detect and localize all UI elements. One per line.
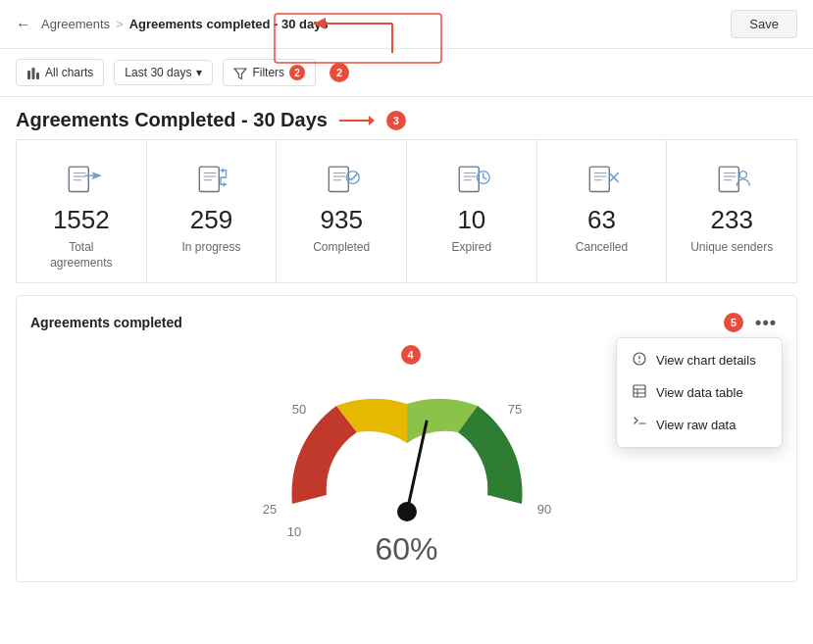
save-button[interactable]: Save xyxy=(731,10,797,38)
context-menu-item-chart-details[interactable]: View chart details xyxy=(617,344,782,376)
chart-title: Agreements completed xyxy=(30,315,182,330)
chevron-down-icon: ▾ xyxy=(196,66,202,79)
filter-icon xyxy=(233,65,247,80)
svg-rect-12 xyxy=(199,167,219,191)
stat-card-inprogress: 259 In progress xyxy=(147,139,278,283)
stat-label-cancelled: Cancelled xyxy=(576,240,628,256)
svg-line-29 xyxy=(483,177,486,179)
x-icon xyxy=(581,156,624,199)
svg-marker-17 xyxy=(223,182,226,187)
stat-number-inprogress: 259 xyxy=(190,207,232,232)
annotation-5: 5 xyxy=(724,313,743,332)
context-menu-label-data-table: View data table xyxy=(656,385,743,400)
stat-label-senders: Unique senders xyxy=(690,240,773,256)
stat-number-cancelled: 63 xyxy=(587,207,616,232)
all-charts-button[interactable]: All charts xyxy=(16,59,104,86)
table-icon xyxy=(633,384,646,401)
stat-number-total: 1552 xyxy=(53,207,110,232)
svg-rect-2 xyxy=(36,73,39,79)
svg-rect-6 xyxy=(69,167,88,191)
svg-text:90: 90 xyxy=(536,502,550,517)
svg-point-41 xyxy=(340,445,474,541)
context-menu: View chart details View data table View … xyxy=(616,337,783,448)
filter-button[interactable]: Filters 2 xyxy=(223,59,316,86)
chart-section: Agreements completed 5 ••• 4 xyxy=(16,295,797,582)
stats-row: 1552 Totalagreements 259 In progress xyxy=(0,139,813,283)
context-menu-label-raw-data: View raw data xyxy=(656,418,736,432)
stat-card-senders: 233 Unique senders xyxy=(667,139,797,283)
context-menu-item-data-table[interactable]: View data table xyxy=(617,376,782,409)
chart-menu-button[interactable]: ••• xyxy=(749,310,783,335)
user-icon xyxy=(710,156,753,199)
exchange-icon xyxy=(190,156,233,199)
svg-point-48 xyxy=(397,502,417,521)
svg-point-51 xyxy=(638,361,640,363)
stat-number-expired: 10 xyxy=(457,207,485,232)
breadcrumb-separator: > xyxy=(116,17,124,31)
clock-icon xyxy=(450,156,493,199)
stat-card-completed: 935 Completed xyxy=(277,139,407,283)
filter-badge: 2 xyxy=(289,65,305,80)
annotation-3: 3 xyxy=(386,111,406,130)
back-button[interactable]: ← xyxy=(16,16,31,33)
header: ← Agreements > Agreements completed - 30… xyxy=(0,0,813,49)
svg-text:10: 10 xyxy=(286,524,300,539)
filter-label: Filters xyxy=(252,66,284,79)
svg-rect-18 xyxy=(329,167,348,191)
raw-data-icon xyxy=(633,417,646,433)
svg-rect-23 xyxy=(459,167,479,191)
breadcrumb-parent[interactable]: Agreements xyxy=(41,17,110,31)
date-filter-button[interactable]: Last 30 days ▾ xyxy=(114,60,213,85)
check-icon xyxy=(320,156,363,199)
svg-rect-1 xyxy=(32,68,35,79)
stat-card-expired: 10 Expired xyxy=(407,139,537,283)
svg-marker-3 xyxy=(234,69,246,79)
breadcrumb-current: Agreements completed - 30 days xyxy=(129,17,329,31)
all-charts-label: All charts xyxy=(45,66,93,79)
chart-header: Agreements completed 5 ••• xyxy=(30,310,783,335)
all-charts-icon xyxy=(26,65,40,80)
breadcrumb: ← Agreements > Agreements completed - 30… xyxy=(16,16,329,33)
page-title: Agreements Completed - 30 Days xyxy=(16,109,328,131)
svg-text:75: 75 xyxy=(507,402,521,417)
svg-text:25: 25 xyxy=(262,502,276,517)
ellipsis-icon: ••• xyxy=(755,313,777,332)
svg-text:50: 50 xyxy=(291,402,305,417)
svg-rect-52 xyxy=(634,385,645,397)
date-filter-label: Last 30 days xyxy=(125,66,191,79)
gauge-svg: 25 50 75 90 10 xyxy=(240,355,574,541)
page-title-area: Agreements Completed - 30 Days 3 xyxy=(0,97,813,139)
svg-marker-5 xyxy=(369,116,375,125)
gauge-percent-label: 60% xyxy=(375,531,437,568)
toolbar: All charts Last 30 days ▾ Filters 2 2 xyxy=(0,49,813,97)
annotation-2: 2 xyxy=(330,63,349,82)
context-menu-label-chart-details: View chart details xyxy=(656,353,756,368)
svg-rect-0 xyxy=(27,71,30,79)
stat-card-cancelled: 63 Cancelled xyxy=(537,139,668,283)
svg-rect-36 xyxy=(719,167,738,191)
stat-label-expired: Expired xyxy=(452,240,492,256)
svg-rect-30 xyxy=(589,167,609,191)
stat-label-inprogress: In progress xyxy=(181,240,240,256)
stat-card-total: 1552 Totalagreements xyxy=(16,139,147,283)
chart-details-icon xyxy=(633,352,646,369)
context-menu-item-raw-data[interactable]: View raw data xyxy=(617,409,782,441)
svg-point-40 xyxy=(739,172,746,178)
stat-label-total: Totalagreements xyxy=(50,240,112,271)
annotation-4: 4 xyxy=(401,345,421,365)
stat-number-completed: 935 xyxy=(320,207,362,232)
stat-label-completed: Completed xyxy=(313,240,370,256)
svg-marker-16 xyxy=(221,168,224,173)
stat-number-senders: 233 xyxy=(711,207,753,232)
send-icon xyxy=(60,156,103,199)
